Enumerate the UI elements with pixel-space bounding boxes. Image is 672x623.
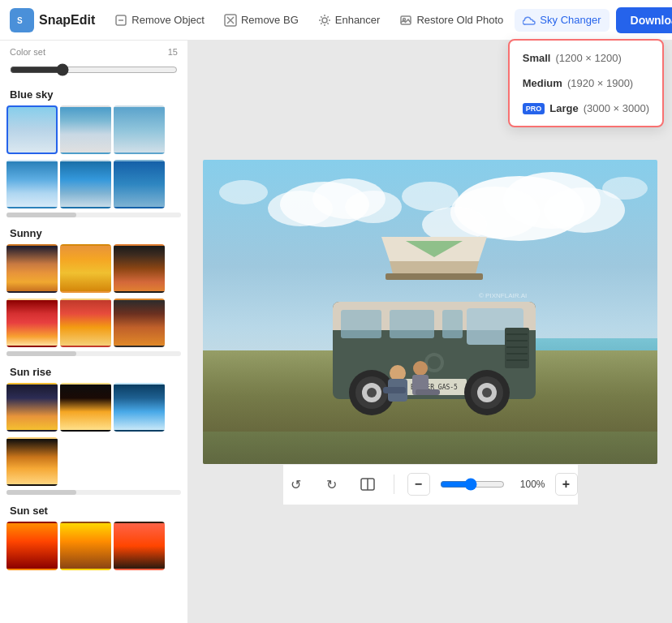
compare-button[interactable] [355,471,381,497]
nav-sky-changer[interactable]: Sky Changer [515,9,609,32]
svg-point-16 [345,191,402,223]
nav-remove-object[interactable]: Remove Object [106,9,213,32]
section-sunrise-title: Sun rise [0,361,187,381]
logo-icon: S [10,8,34,32]
sky-thumb-sunrise-1[interactable] [6,383,58,432]
download-large[interactable]: PRO Large (3000 × 3000) [510,96,662,121]
nav-enhancer[interactable]: Enhancer [310,9,389,32]
toolbar-divider [394,475,394,494]
sky-thumb-sunset-3[interactable] [114,522,165,570]
download-button[interactable]: Download [616,7,672,33]
download-btn-group: Download ▾ [616,7,672,33]
blue-sky-row-2 [0,158,187,210]
sky-thumb-sunrise-4[interactable] [6,437,58,486]
svg-rect-22 [386,273,483,280]
redo-button[interactable]: ↻ [319,471,345,497]
sky-thumb-sunrise-2[interactable] [60,383,111,432]
logo-text: SnapEdit [39,13,95,28]
nav-remove-bg[interactable]: Remove BG [216,9,307,32]
svg-rect-54 [416,389,440,395]
van-svg: BO WER GAS-5 © P [317,237,552,415]
sunset-row-1 [0,520,187,572]
sunrise-row-2 [0,436,187,488]
svg-point-15 [268,191,333,226]
download-small[interactable]: Small (1200 × 1200) [510,45,662,71]
svg-rect-51 [383,387,406,393]
undo-button[interactable]: ↺ [283,471,309,497]
photo-scene: BO WER GAS-5 © P [203,160,657,464]
zoom-percentage: 100% [515,479,545,490]
svg-rect-30 [442,310,463,338]
header: S SnapEdit Remove Object Remove BG Enhan… [0,0,672,41]
sky-thumb-sunny-6[interactable] [114,299,165,347]
sky-thumb-sunny-2[interactable] [60,244,111,293]
sky-thumb-sunset-2[interactable] [60,522,111,570]
sidebar: Color set 15 Blue sky [0,41,188,623]
zoom-plus-button[interactable]: + [555,473,578,496]
zoom-minus-button[interactable]: − [407,473,430,496]
svg-point-5 [322,18,327,23]
sky-thumb-sunset-1[interactable] [6,522,58,570]
slider-track [0,60,187,84]
svg-text:© PIXNFLAIR.AI: © PIXNFLAIR.AI [479,292,527,299]
sky-thumb-blue-6[interactable] [114,160,165,208]
blue-sky-scroll[interactable] [0,210,187,222]
blue-sky-row-1 [0,104,187,156]
svg-point-18 [219,180,268,204]
svg-rect-28 [341,310,381,338]
sidebar-scroll: Blue sky Sunny [0,84,187,623]
sky-thumb-blue-3[interactable] [114,105,165,154]
sunny-row-2 [0,297,187,349]
sunrise-row-1 [0,381,187,433]
download-medium[interactable]: Medium (1920 × 1900) [510,71,662,96]
sky-thumb-blue-1[interactable] [6,105,58,154]
section-sunset-title: Sun set [0,500,187,520]
sky-thumb-sunny-3[interactable] [114,244,165,293]
svg-point-38 [428,356,441,369]
sky-thumb-sunrise-3[interactable] [114,383,165,432]
svg-point-19 [602,177,648,200]
sky-thumb-blue-5[interactable] [60,160,111,208]
main-layout: Color set 15 Blue sky [0,41,672,623]
svg-rect-29 [390,310,434,338]
svg-point-44 [367,388,377,397]
sky-thumb-blue-2[interactable] [60,105,111,154]
logo[interactable]: S SnapEdit [10,8,95,32]
svg-point-52 [413,361,428,376]
sky-thumb-blue-4[interactable] [6,160,58,208]
sky-thumb-sunny-5[interactable] [60,299,111,347]
sidebar-color-set-header: Color set 15 [0,41,187,60]
download-dropdown: Small (1200 × 1200) Medium (1920 × 1900)… [508,39,664,127]
zoom-slider-wrap [440,478,505,491]
canvas-area: BO WER GAS-5 © P [188,41,672,623]
sunrise-scroll[interactable] [0,488,187,500]
svg-point-17 [402,182,459,211]
zoom-slider[interactable] [440,478,505,491]
color-set-slider[interactable] [10,63,178,76]
sky-thumb-sunny-1[interactable] [6,244,58,293]
sunny-row-1 [0,243,187,294]
bottom-toolbar: ↺ ↻ − 100% + [283,464,578,505]
svg-text:S: S [17,16,23,25]
section-blue-sky-title: Blue sky [0,84,187,104]
section-sunny-title: Sunny [0,222,187,243]
sunny-scroll[interactable] [0,349,187,361]
svg-point-48 [482,388,492,397]
sky-thumb-sunny-4[interactable] [6,299,58,347]
nav-restore-old-photo[interactable]: Restore Old Photo [391,9,511,32]
